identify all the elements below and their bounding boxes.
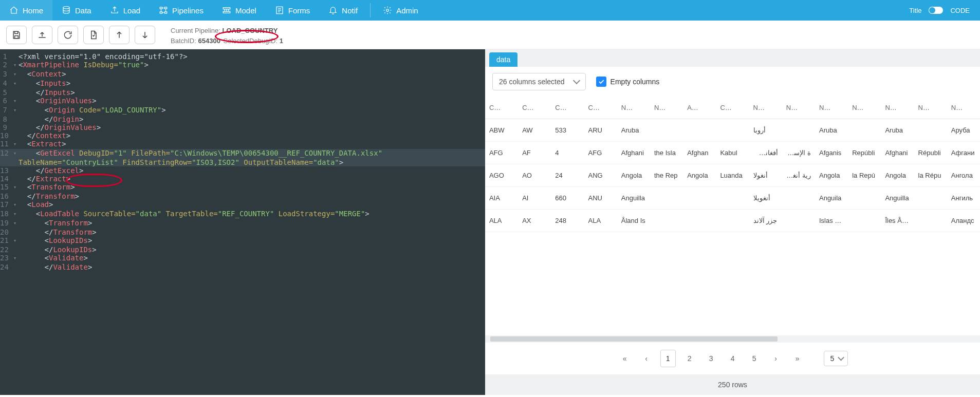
code-line[interactable]: 19▾ <Transform> xyxy=(0,219,485,228)
empty-columns-checkbox[interactable]: Empty columns xyxy=(596,77,660,87)
table-cell: 533 xyxy=(551,119,584,142)
columns-selector[interactable]: 26 columns selected xyxy=(492,73,586,90)
pipeline-info: Current Pipeline: LOAD_COUNTRY BatchID: … xyxy=(171,26,283,46)
pipeline-label: Current Pipeline: xyxy=(171,27,220,34)
table-cell: جزر آلاند xyxy=(749,210,782,232)
column-header[interactable]: N… xyxy=(749,97,782,119)
code-line[interactable]: 12▾ <GetExcel DebugID="1" FilePath="C:\W… xyxy=(0,149,485,158)
column-header[interactable]: N… xyxy=(782,97,815,119)
table-cell: Afganis xyxy=(815,142,848,164)
column-header[interactable]: A… xyxy=(683,97,716,119)
nav-model[interactable]: Model xyxy=(213,0,266,21)
code-line[interactable]: 20 </Transform> xyxy=(0,228,485,236)
svg-rect-6 xyxy=(223,8,230,9)
rowcount-bar: 250 rows xyxy=(485,374,980,395)
code-line[interactable]: 5 </Inputs> xyxy=(0,88,485,97)
code-line[interactable]: 22 </LookupIDs> xyxy=(0,245,485,254)
table-cell: 4 xyxy=(551,142,584,164)
move-down-button[interactable] xyxy=(135,26,155,44)
nav-notif[interactable]: Notif xyxy=(319,0,367,21)
pager-next[interactable]: › xyxy=(768,350,784,367)
code-line[interactable]: 13 </GetExcel> xyxy=(0,166,485,175)
code-line[interactable]: 15▾ <Transform> xyxy=(0,183,485,192)
table-cell xyxy=(914,119,947,142)
table-cell xyxy=(683,119,716,142)
pager-last[interactable]: » xyxy=(790,350,805,367)
table-cell: Angola xyxy=(881,164,914,187)
column-header[interactable]: N… xyxy=(650,97,683,119)
code-line[interactable]: 1<?xml version="1.0" encoding="utf-16"?> xyxy=(0,52,485,61)
nav-label: Load xyxy=(123,6,140,15)
code-line[interactable]: 8 </Origin> xyxy=(0,115,485,123)
table-cell: ANU xyxy=(584,187,617,210)
table-row[interactable]: ALAAX248ALAÅland Isجزر آلاندIslas ÅlaÎle… xyxy=(485,210,980,232)
table-row[interactable]: AIAAI660ANUAnguillaأنغويلاAnguilaAnguill… xyxy=(485,187,980,210)
code-line[interactable]: 6▾ <OriginValues> xyxy=(0,97,485,106)
tab-data[interactable]: data xyxy=(489,52,517,67)
table-cell: Anguilla xyxy=(617,187,650,210)
pager-first[interactable]: « xyxy=(617,350,633,367)
code-line[interactable]: 24 </Validate> xyxy=(0,263,485,271)
nav-data[interactable]: Data xyxy=(52,0,101,21)
code-line[interactable]: 11▾ <Extract> xyxy=(0,140,485,149)
pager-page-1[interactable]: 1 xyxy=(660,350,676,367)
pager-page-2[interactable]: 2 xyxy=(682,350,697,367)
column-header[interactable]: N… xyxy=(617,97,650,119)
column-header[interactable]: C… xyxy=(551,97,584,119)
table-cell: 248 xyxy=(551,210,584,232)
column-header[interactable]: N… xyxy=(815,97,848,119)
table-cell xyxy=(848,210,881,232)
column-header[interactable]: N… xyxy=(947,97,980,119)
column-header[interactable]: C… xyxy=(518,97,551,119)
pager-page-5[interactable]: 5 xyxy=(747,350,762,367)
pager-page-3[interactable]: 3 xyxy=(704,350,719,367)
column-header[interactable]: N… xyxy=(914,97,947,119)
code-line[interactable]: 14 </Extract> xyxy=(0,175,485,183)
pager-prev[interactable]: ‹ xyxy=(639,350,654,367)
upload-file-button[interactable] xyxy=(32,26,52,44)
column-header[interactable]: N… xyxy=(848,97,881,119)
nav-admin[interactable]: Admin xyxy=(374,0,428,21)
code-line[interactable]: 4▾ <Inputs> xyxy=(0,79,485,88)
export-button[interactable] xyxy=(83,26,104,44)
reload-button[interactable] xyxy=(58,26,78,44)
table-cell: Afghani xyxy=(617,142,650,164)
nav-home[interactable]: Home xyxy=(0,0,52,21)
nav-label: Home xyxy=(23,6,43,15)
table-row[interactable]: ABWAW533ARUArubaأروباArubaArubaАруба xyxy=(485,119,980,142)
table-cell: 24 xyxy=(551,164,584,187)
code-line[interactable]: 16 </Transform> xyxy=(0,192,485,200)
code-line[interactable]: 3▾ <Context> xyxy=(0,70,485,79)
pager-size-select[interactable]: 5 xyxy=(824,351,848,366)
nav-load[interactable]: Load xyxy=(101,0,150,21)
code-line[interactable]: 2▾<XmartPipeline IsDebug="true"> xyxy=(0,61,485,70)
pager-page-4[interactable]: 4 xyxy=(725,350,741,367)
code-line[interactable]: 21▾ <LookupIDs> xyxy=(0,236,485,245)
horizontal-scrollbar[interactable] xyxy=(485,335,980,343)
title-code-toggle[interactable] xyxy=(929,7,943,14)
table-cell: أفغانستان xyxy=(749,142,782,164)
table-cell: Ангиль xyxy=(947,187,980,210)
save-button[interactable] xyxy=(6,26,27,44)
code-line[interactable]: 10 </Context> xyxy=(0,131,485,140)
table-row[interactable]: AGOAO24ANGAngolathe RepAngolaLuandaأنغول… xyxy=(485,164,980,187)
column-header[interactable]: C… xyxy=(485,97,518,119)
table-cell: AFG xyxy=(485,142,518,164)
code-line[interactable]: 7▾ <Origin Code="LOAD_COUNTRY"> xyxy=(0,106,485,115)
code-line[interactable]: 18▾ <LoadTable SourceTable="data" Target… xyxy=(0,210,485,219)
column-header[interactable]: C… xyxy=(716,97,749,119)
code-line[interactable]: 17▾ <Load> xyxy=(0,200,485,210)
move-up-button[interactable] xyxy=(109,26,130,44)
nav-pipelines[interactable]: Pipelines xyxy=(150,0,213,21)
empty-columns-label: Empty columns xyxy=(611,78,660,86)
table-row[interactable]: AFGAF4AFGAfghanithe IslaAfghanKabulأفغان… xyxy=(485,142,980,164)
code-line[interactable]: 9 </OriginValues> xyxy=(0,123,485,131)
table-cell: ة الإسلامية xyxy=(782,142,815,164)
nav-forms[interactable]: Forms xyxy=(266,0,320,21)
code-editor[interactable]: 1<?xml version="1.0" encoding="utf-16"?>… xyxy=(0,49,485,395)
table-cell: AFG xyxy=(584,142,617,164)
column-header[interactable]: N… xyxy=(881,97,914,119)
code-line[interactable]: 23▾ <Validate> xyxy=(0,254,485,263)
column-header[interactable]: C… xyxy=(584,97,617,119)
code-line[interactable]: TableName="CountryList" FindStartingRow=… xyxy=(0,158,485,166)
